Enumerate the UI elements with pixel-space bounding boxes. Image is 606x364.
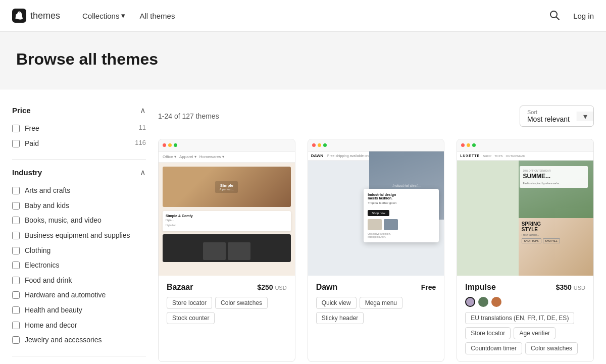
industry-checkbox-1[interactable] <box>12 202 20 210</box>
price-paid-item[interactable]: Paid 116 <box>12 136 146 151</box>
login-button[interactable]: Log in <box>573 12 594 20</box>
price-free-checkbox[interactable] <box>12 125 20 132</box>
price-filter-header[interactable]: Price ∧ <box>12 106 146 115</box>
industry-label-2: Books, music, and video <box>25 216 146 226</box>
hero-section: Browse all themes <box>0 32 606 89</box>
shopify-logo-icon <box>12 9 26 23</box>
price-filter-title: Price <box>12 106 31 115</box>
industry-filter-header[interactable]: Industry ∧ <box>12 168 146 177</box>
dawn-tag-1: Mega menu <box>360 297 402 309</box>
bazaar-tag-2: Stock counter <box>167 312 215 324</box>
price-free-item[interactable]: Free 11 <box>12 121 146 136</box>
industry-item-10[interactable]: Jewelry and accessories <box>12 333 146 348</box>
results-count: 1-24 of 127 themes <box>158 112 219 120</box>
industry-chevron-icon: ∧ <box>140 168 146 177</box>
nav-links: Collections ▾ All themes <box>76 8 181 23</box>
content-area: 1-24 of 127 themes Sort Most relevant ▾ <box>158 106 594 364</box>
price-free-label: Free <box>25 124 134 134</box>
industry-item-4[interactable]: Clothing <box>12 243 146 258</box>
svg-line-2 <box>557 17 560 20</box>
navbar: themes Collections ▾ All themes Log in <box>0 0 606 32</box>
industry-checkbox-6[interactable] <box>12 277 20 284</box>
sort-dropdown[interactable]: Sort Most relevant ▾ <box>520 106 594 127</box>
chrome-dot-green <box>174 143 177 147</box>
dawn-tags: Quick view Mega menu Sticky header <box>316 297 436 324</box>
chrome-dot-red <box>461 143 465 147</box>
impulse-swatches <box>465 297 585 307</box>
nav-right: Log in <box>546 7 594 25</box>
logo-text: themes <box>30 11 60 21</box>
impulse-tag-2: Age verifier <box>514 327 556 339</box>
industry-item-1[interactable]: Baby and kids <box>12 198 146 214</box>
sidebar: Price ∧ Free 11 Paid 116 Industry ∧ A <box>12 106 146 364</box>
industry-item-2[interactable]: Books, music, and video <box>12 213 146 228</box>
industry-checkbox-0[interactable] <box>12 187 20 194</box>
industry-checkbox-7[interactable] <box>12 291 20 299</box>
impulse-preview: LUXETTE SHOPTOPSOUTERWEAR 10% OFF OUTERW… <box>457 139 593 276</box>
search-button[interactable] <box>546 7 563 25</box>
collections-nav-item[interactable]: Collections ▾ <box>76 8 131 23</box>
price-paid-label: Paid <box>25 139 130 149</box>
industry-label-0: Arts and crafts <box>25 186 146 196</box>
search-icon <box>549 10 560 21</box>
industry-filter-section: Industry ∧ Arts and crafts Baby and kids… <box>12 168 146 356</box>
price-filter-section: Price ∧ Free 11 Paid 116 <box>12 106 146 160</box>
industry-checkbox-2[interactable] <box>12 217 20 224</box>
impulse-footer: Impulse $350 USD EU translations (EN, FR… <box>457 276 593 361</box>
dawn-name: Dawn <box>316 283 338 292</box>
bazaar-tag-0: Store locator <box>167 297 212 309</box>
impulse-tag-3: Countdown timer <box>465 342 522 354</box>
chrome-dot-red <box>163 143 166 147</box>
industry-label-7: Hardware and automotive <box>25 290 146 300</box>
swatch-orange[interactable] <box>491 297 501 307</box>
chrome-dot-green <box>472 143 476 147</box>
price-paid-checkbox[interactable] <box>12 140 20 147</box>
dawn-tag-2: Sticky header <box>316 312 364 324</box>
impulse-tag-1: Store locator <box>465 327 511 339</box>
sort-label: Sort <box>527 109 570 115</box>
industry-item-9[interactable]: Home and decor <box>12 318 146 333</box>
industry-checkbox-3[interactable] <box>12 232 20 239</box>
theme-card-dawn[interactable]: DAWN Free shipping available on all orde… <box>308 139 445 362</box>
impulse-tag-0: EU translations (EN, FR, IT, DE, ES) <box>465 312 574 324</box>
industry-item-0[interactable]: Arts and crafts <box>12 183 146 198</box>
industry-checkbox-10[interactable] <box>12 336 20 344</box>
sort-arrow-icon: ▾ <box>577 112 593 121</box>
theme-card-bazaar[interactable]: Office ▾ Apparel ▾ Homewares ▾ Simple A … <box>158 139 295 362</box>
industry-label-4: Clothing <box>25 246 146 256</box>
industry-checkbox-8[interactable] <box>12 306 20 314</box>
all-themes-nav-item[interactable]: All themes <box>133 9 181 23</box>
chevron-down-icon: ▾ <box>121 11 125 20</box>
industry-item-5[interactable]: Electronics <box>12 258 146 273</box>
price-paid-count: 116 <box>135 139 146 146</box>
industry-label-8: Health and beauty <box>25 305 146 316</box>
sort-value: Most relevant <box>527 115 570 123</box>
industry-checkbox-5[interactable] <box>12 262 20 269</box>
bazaar-footer: Bazaar $250 USD Store locator Color swat… <box>159 276 295 331</box>
industry-checkbox-4[interactable] <box>12 247 20 254</box>
impulse-price: $350 USD <box>556 283 585 291</box>
theme-card-impulse[interactable]: LUXETTE SHOPTOPSOUTERWEAR 10% OFF OUTERW… <box>457 139 594 362</box>
industry-label-5: Electronics <box>25 261 146 271</box>
industry-item-6[interactable]: Food and drink <box>12 273 146 288</box>
industry-filter-title: Industry <box>12 168 42 177</box>
swatch-green[interactable] <box>478 297 488 307</box>
chrome-dot-green <box>323 143 327 147</box>
industry-label-9: Home and decor <box>25 321 146 331</box>
bazaar-tags: Store locator Color swatches Stock count… <box>167 297 287 324</box>
logo[interactable]: themes <box>12 9 60 23</box>
industry-item-8[interactable]: Health and beauty <box>12 303 146 318</box>
price-free-count: 11 <box>139 124 146 131</box>
swatch-purple[interactable] <box>465 297 475 307</box>
main-content: Price ∧ Free 11 Paid 116 Industry ∧ A <box>0 89 606 364</box>
industry-item-7[interactable]: Hardware and automotive <box>12 288 146 303</box>
industry-label-6: Food and drink <box>25 276 146 286</box>
industry-label-1: Baby and kids <box>25 201 146 211</box>
industry-item-3[interactable]: Business equipment and supplies <box>12 228 146 243</box>
dawn-tag-0: Quick view <box>316 297 357 309</box>
chrome-dot-yellow <box>467 143 470 147</box>
industry-filter-items: Arts and crafts Baby and kids Books, mus… <box>12 183 146 348</box>
bazaar-preview: Office ▾ Apparel ▾ Homewares ▾ Simple A … <box>159 139 295 276</box>
dawn-price: Free <box>421 283 436 291</box>
industry-checkbox-9[interactable] <box>12 322 20 329</box>
